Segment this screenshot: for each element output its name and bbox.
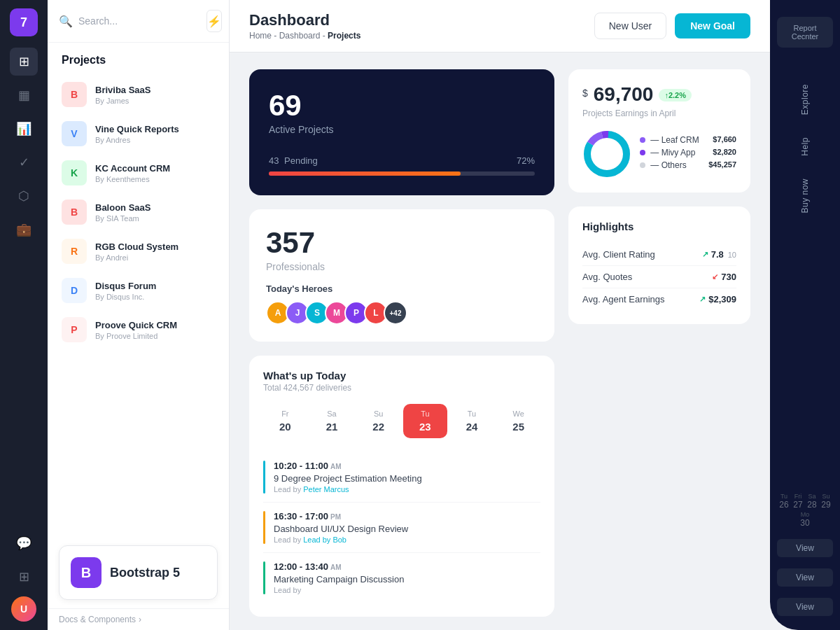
header: Dashboard Home - Dashboard - Projects Ne… (230, 0, 770, 52)
new-user-button[interactable]: New User (594, 13, 666, 39)
chevron-right-icon: › (139, 615, 141, 624)
nav-icon-briefcase[interactable]: 💼 (10, 216, 38, 244)
project-item[interactable]: D Disqus Forum By Disqus Inc. (48, 271, 229, 310)
event-bar (263, 511, 265, 544)
help-button[interactable]: Help (792, 126, 818, 167)
legend-name: — Mivy App (650, 148, 695, 158)
earn-dollar: $ (582, 88, 588, 99)
highlights-title: Highlights (582, 220, 736, 232)
user-avatar-number[interactable]: 7 (10, 8, 38, 36)
highlight-value: ↗7.810 (702, 249, 736, 260)
ext-calendar-day[interactable]: Su29 (820, 493, 832, 510)
nav-user-avatar[interactable]: U (11, 596, 36, 622)
heroes-more: +42 (384, 301, 407, 325)
project-by: By Andres (95, 136, 215, 144)
event-title: Marketing Campaign Discussion (274, 574, 540, 584)
dashboard-body: 69 Active Projects 43 Pending 72% (230, 52, 770, 630)
extended-calendar: Tu26Fri27Sa28Su29Mo30 (776, 493, 834, 528)
project-item[interactable]: V Vine Quick Reports By Andres (48, 114, 229, 153)
legend-dot (640, 162, 645, 168)
project-icon: V (62, 121, 87, 146)
project-name: Briviba SaaS (95, 85, 215, 95)
calendar-day[interactable]: Su22 (356, 404, 400, 438)
docs-label: Docs & Components (59, 615, 136, 624)
main-column: 69 Active Projects 43 Pending 72% (249, 69, 554, 613)
legend-item: — Mivy App $2,820 (640, 148, 736, 158)
bootstrap-label: Bootstrap 5 (110, 566, 180, 580)
project-name: KC Account CRM (95, 163, 215, 174)
header-left: Dashboard Home - Dashboard - Projects (249, 11, 360, 41)
buy-now-button[interactable]: Buy now (792, 167, 818, 225)
legend-item: — Others $45,257 (640, 160, 736, 170)
project-icon: D (62, 278, 87, 303)
project-item[interactable]: B Briviba SaaS By James (48, 75, 229, 114)
event-lead-link[interactable]: Peter Marcus (303, 485, 349, 493)
docs-link[interactable]: Docs & Components › (48, 608, 229, 630)
project-item[interactable]: K KC Account CRM By Keenthemes (48, 153, 229, 192)
highlight-item: Avg. Agent Earnings ↗$2,309 (582, 288, 736, 310)
side-column: $ 69,700 ↑2.2% Projects Earnings in Apri… (568, 69, 750, 613)
earn-amount: 69,700 (594, 83, 654, 106)
calendar-day[interactable]: Sa21 (310, 404, 354, 438)
project-by: By Andrei (95, 253, 215, 262)
active-projects-count: 69 (269, 89, 535, 122)
pending-count: 43 Pending (269, 155, 318, 166)
search-input[interactable] (78, 15, 201, 27)
project-name: Proove Quick CRM (95, 320, 215, 330)
highlight-label: Avg. Client Rating (582, 249, 655, 260)
view-button-2[interactable]: View (777, 568, 833, 587)
legend-value: $2,820 (713, 148, 736, 158)
nav-icon-check[interactable]: ✓ (10, 148, 38, 176)
nav-icon-grid[interactable]: ▦ (10, 81, 38, 109)
professionals-label: Professionals (266, 261, 538, 272)
search-bar: 🔍 ⚡ (48, 0, 229, 43)
calendar-event: 10:20 - 11:00AM 9 Degree Project Estimat… (263, 452, 540, 503)
calendar-day[interactable]: Fr20 (263, 404, 307, 438)
breadcrumb-dashboard: Dashboard - (279, 31, 326, 41)
event-time: 12:00 - 13:40AM (274, 561, 540, 572)
ext-calendar-day[interactable]: Tu26 (778, 493, 790, 510)
nav-icon-message[interactable]: 💬 (10, 529, 38, 557)
event-time: 10:20 - 11:00AM (274, 461, 540, 471)
calendar-day[interactable]: Tu23 (403, 404, 447, 438)
highlight-item: Avg. Quotes ↙730 (582, 266, 736, 288)
professionals-count: 357 (266, 226, 538, 260)
explore-button[interactable]: Explore (792, 73, 818, 126)
calendar-days: Fr20Sa21Su22Tu23Tu24We25 (263, 404, 540, 438)
event-bar (263, 561, 265, 594)
project-item[interactable]: B Baloon SaaS By SIA Team (48, 192, 229, 232)
project-item[interactable]: R RGB Cloud System By Andrei (48, 232, 229, 271)
earnings-card: $ 69,700 ↑2.2% Projects Earnings in Apri… (568, 69, 750, 192)
calendar-day[interactable]: We25 (496, 404, 540, 438)
highlights-items: Avg. Client Rating ↗7.810 Avg. Quotes ↙7… (582, 244, 736, 310)
ext-calendar-day[interactable]: Fri27 (792, 493, 804, 510)
nav-icon-chart[interactable]: 📊 (10, 115, 38, 143)
ext-calendar-day[interactable]: Sa28 (806, 493, 818, 510)
nav-icon-grid2[interactable]: ⊞ (10, 563, 38, 591)
heroes-title: Today's Heroes (266, 284, 538, 294)
highlight-item: Avg. Client Rating ↗7.810 (582, 244, 736, 266)
event-lead-link[interactable]: Lead by Bob (303, 536, 346, 544)
filter-button[interactable]: ⚡ (206, 10, 222, 32)
nav-icon-layers[interactable]: ⬡ (10, 182, 38, 210)
projects-title: Projects (48, 43, 229, 72)
report-center-button[interactable]: Report Cecnter (777, 17, 833, 48)
nav-icon-dashboard[interactable]: ⊞ (10, 48, 38, 76)
calendar-day[interactable]: Tu24 (450, 404, 494, 438)
event-title: Dashboard UI/UX Design Review (274, 524, 540, 534)
event-lead: Lead by Lead by Bob (274, 536, 540, 544)
view-button-3[interactable]: View (777, 598, 833, 616)
new-goal-button[interactable]: New Goal (675, 13, 750, 38)
calendar-event: 12:00 - 13:40AM Marketing Campaign Discu… (263, 553, 540, 603)
project-icon: P (62, 317, 87, 342)
project-item[interactable]: P Proove Quick CRM By Proove Limited (48, 310, 229, 349)
project-by: By Disqus Inc. (95, 293, 215, 301)
highlights-card: Highlights Avg. Client Rating ↗7.810 Avg… (568, 206, 750, 324)
project-name: Disqus Forum (95, 281, 215, 291)
search-icon: 🔍 (59, 15, 73, 28)
ext-calendar-day[interactable]: Mo30 (799, 511, 811, 528)
project-name: Baloon SaaS (95, 202, 215, 213)
view-button-1[interactable]: View (777, 539, 833, 557)
progress-bar-bg (269, 172, 535, 176)
page-title: Dashboard (249, 11, 360, 29)
